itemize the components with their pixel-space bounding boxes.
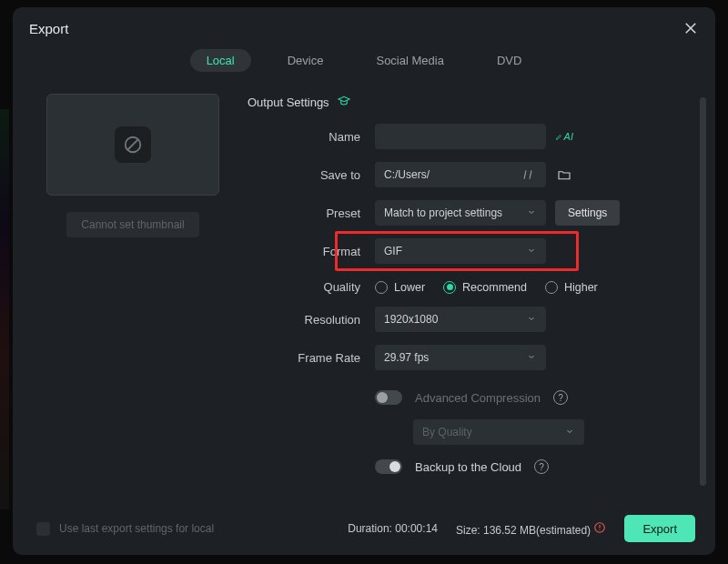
frame-rate-select[interactable]: 29.97 fps — [375, 345, 546, 370]
warning-icon[interactable] — [593, 521, 606, 534]
row-frame-rate: Frame Rate 29.97 fps — [248, 345, 670, 370]
export-tabs: Local Device Social Media DVD — [13, 45, 715, 85]
format-select[interactable]: GIF — [375, 238, 546, 264]
tab-local[interactable]: Local — [190, 49, 251, 72]
advanced-compression-toggle[interactable] — [375, 390, 402, 405]
use-last-label: Use last export settings for local — [59, 522, 214, 535]
chevron-down-icon — [526, 245, 537, 258]
settings-button[interactable]: Settings — [555, 200, 620, 226]
help-icon[interactable]: ? — [553, 390, 568, 405]
row-quality: Quality Lower Recommend Higher — [248, 280, 670, 294]
row-compression-mode: By Quality — [413, 419, 670, 445]
thumbnail-panel: Cannot set thumbnail — [42, 94, 224, 504]
export-modal: Export Local Device Social Media DVD Can… — [13, 7, 715, 555]
label-save-to: Save to — [248, 168, 375, 182]
chevron-down-icon — [526, 351, 537, 365]
compression-mode-select: By Quality — [413, 419, 584, 445]
help-icon[interactable]: ? — [534, 459, 549, 474]
backup-cloud-toggle[interactable] — [375, 459, 402, 474]
duration-text: Duration: 00:00:14 — [348, 522, 438, 535]
save-to-value: C:/Users/ — [384, 168, 430, 181]
graduation-cap-icon[interactable] — [337, 94, 351, 111]
format-value: GIF — [384, 245, 402, 257]
close-icon[interactable] — [682, 20, 699, 36]
export-button[interactable]: Export — [624, 515, 695, 542]
use-last-checkbox[interactable] — [36, 522, 50, 536]
label-resolution: Resolution — [248, 313, 375, 327]
quality-lower[interactable]: Lower — [375, 281, 425, 294]
label-format: Format — [248, 245, 375, 258]
row-preset: Preset Match to project settings Setting… — [248, 200, 670, 226]
preset-value: Match to project settings — [384, 206, 502, 219]
save-to-input[interactable]: C:/Users/ — [375, 162, 546, 187]
modal-header: Export — [13, 7, 715, 45]
row-name: Name AI — [248, 124, 670, 149]
resolution-value: 1920x1080 — [384, 313, 438, 326]
preset-select[interactable]: Match to project settings — [375, 200, 546, 226]
cannot-set-thumbnail-button: Cannot set thumbnail — [66, 212, 198, 237]
chevron-down-icon — [526, 313, 537, 327]
duration-value: 00:00:14 — [395, 522, 438, 535]
size-text: Size: 136.52 MB(estimated) — [456, 521, 606, 537]
section-title: Output Settings — [248, 94, 670, 111]
chevron-down-icon — [564, 426, 575, 439]
size-label: Size: — [456, 524, 480, 537]
background-strip — [0, 109, 9, 509]
tab-dvd[interactable]: DVD — [480, 49, 538, 72]
footer-left: Use last export settings for local — [36, 522, 214, 536]
modal-title: Export — [29, 21, 68, 36]
label-preset: Preset — [248, 206, 375, 220]
label-frame-rate: Frame Rate — [248, 351, 375, 365]
no-thumbnail-icon — [115, 126, 151, 163]
row-save-to: Save to C:/Users/ — [248, 162, 670, 187]
duration-label: Duration: — [348, 522, 392, 535]
section-title-text: Output Settings — [248, 96, 329, 109]
path-segment-icon — [519, 166, 537, 184]
name-input[interactable] — [375, 124, 546, 149]
row-format: Format GIF — [248, 238, 670, 264]
ai-rename-icon[interactable]: AI — [555, 127, 573, 146]
row-backup-cloud: Backup to the Cloud ? — [375, 459, 670, 474]
label-quality: Quality — [248, 280, 375, 294]
label-name: Name — [248, 130, 375, 144]
quality-recommend[interactable]: Recommend — [443, 281, 527, 294]
browse-folder-icon[interactable] — [555, 166, 573, 184]
footer-right: Duration: 00:00:14 Size: 136.52 MB(estim… — [348, 515, 695, 542]
frame-rate-value: 29.97 fps — [384, 351, 429, 364]
resolution-select[interactable]: 1920x1080 — [375, 307, 546, 332]
row-advanced-compression: Advanced Compression ? — [375, 390, 670, 405]
size-value: 136.52 MB(estimated) — [483, 524, 591, 537]
scrollbar[interactable] — [700, 97, 706, 486]
row-resolution: Resolution 1920x1080 — [248, 307, 670, 332]
compression-mode-value: By Quality — [422, 426, 472, 438]
tab-device[interactable]: Device — [271, 49, 340, 72]
tab-social-media[interactable]: Social Media — [359, 49, 460, 72]
modal-footer: Use last export settings for local Durat… — [13, 504, 715, 555]
chevron-down-icon — [526, 206, 537, 220]
quality-higher-label: Higher — [564, 281, 598, 294]
backup-cloud-label: Backup to the Cloud — [415, 460, 521, 474]
quality-higher[interactable]: Higher — [545, 281, 598, 294]
quality-lower-label: Lower — [394, 281, 425, 294]
quality-recommend-label: Recommend — [462, 281, 527, 294]
settings-panel: Output Settings Name AI Save to — [248, 94, 695, 504]
advanced-compression-label: Advanced Compression — [415, 391, 541, 405]
modal-body: Cannot set thumbnail Output Settings Nam… — [13, 85, 715, 504]
thumbnail-preview — [46, 94, 219, 196]
